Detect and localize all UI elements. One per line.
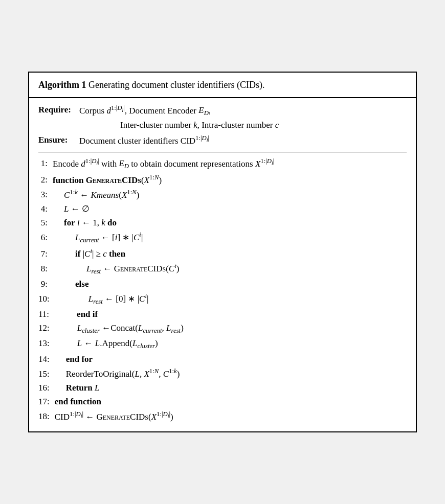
line-content-9: else	[53, 278, 407, 291]
line-content-3: C1:k ← Kmeans(X1:N)	[53, 188, 407, 202]
line-number-1: 1:	[38, 157, 53, 170]
line-number-2: 2:	[38, 173, 53, 187]
line-content-5: for i ← 1, k do	[53, 216, 407, 230]
line-14: 14: end for	[38, 353, 407, 366]
line-5: 5: for i ← 1, k do	[38, 216, 407, 230]
line-6: 6: Lcurrent ← [i] ∗ |Ci|	[38, 230, 407, 246]
line-content-12: Lcluster ←Concat(Lcurrent, Lrest)	[55, 322, 407, 336]
line-number-17: 17:	[38, 395, 55, 408]
line-content-4: L ← ∅	[53, 202, 407, 216]
line-number-18: 18:	[38, 410, 55, 423]
line-number-16: 16:	[38, 381, 55, 395]
line-content-18: CID1:|Dl| ← GenerateCIDs(X1:|Dl|)	[55, 409, 407, 424]
line-17: 17: end function	[38, 395, 407, 408]
divider	[38, 152, 407, 152]
line-content-17: end function	[55, 395, 407, 408]
line-number-13: 13:	[38, 337, 55, 350]
line-content-8: Lrest ← GenerateCIDs(Ci)	[53, 261, 407, 277]
line-7: 7: if |Ci| ≥ c then	[38, 246, 407, 261]
require-block: Require: Corpus d1:|Dl|, Document Encode…	[38, 103, 407, 132]
line-content-7: if |Ci| ≥ c then	[53, 246, 407, 261]
line-10: 10: Lrest ← [0] ∗ |Ci|	[38, 291, 407, 307]
line-12: 12: Lcluster ←Concat(Lcurrent, Lrest)	[38, 322, 407, 336]
require-line1: Corpus d1:|Dl|, Document Encoder ED,	[79, 103, 407, 119]
line-9: 9: else	[38, 278, 407, 291]
require-label: Require:	[38, 103, 79, 132]
line-15: 15: ReorderToOriginal(L, X1:N, C1:k)	[38, 366, 407, 381]
line-number-8: 8:	[38, 262, 53, 276]
line-number-10: 10:	[38, 292, 55, 306]
line-content-6: Lcurrent ← [i] ∗ |Ci|	[53, 230, 407, 246]
line-content-15: ReorderToOriginal(L, X1:N, C1:k)	[55, 366, 407, 381]
line-8: 8: Lrest ← GenerateCIDs(Ci)	[38, 261, 407, 277]
line-content-16: Return L	[55, 381, 407, 395]
line-2: 2: function GenerateCIDs(X1:N)	[38, 173, 407, 187]
algorithm-title-text: Algorithm 1 Generating document cluster …	[38, 79, 407, 91]
line-number-3: 3:	[38, 188, 53, 201]
line-number-15: 15:	[38, 368, 55, 381]
line-1: 1: Encode d1:|Dl| with ED to obtain docu…	[38, 156, 407, 172]
algorithm-title: Algorithm 1 Generating document cluster …	[29, 73, 416, 98]
require-content: Corpus d1:|Dl|, Document Encoder ED, Int…	[79, 103, 407, 132]
line-number-4: 4:	[38, 202, 53, 216]
line-16: 16: Return L	[38, 381, 407, 395]
line-number-7: 7:	[38, 247, 53, 261]
line-18: 18: CID1:|Dl| ← GenerateCIDs(X1:|Dl|)	[38, 409, 407, 424]
line-13: 13: L ← L.Append(Lcluster)	[38, 337, 407, 352]
ensure-label: Ensure:	[38, 133, 79, 148]
line-number-5: 5:	[38, 216, 53, 230]
line-4: 4: L ← ∅	[38, 202, 407, 216]
ensure-block: Ensure: Document cluster identifiers CID…	[38, 133, 407, 148]
line-content-13: L ← L.Append(Lcluster)	[55, 337, 407, 352]
algorithm-number: Algorithm 1	[38, 80, 86, 90]
line-content-14: end for	[55, 353, 407, 366]
line-number-9: 9:	[38, 278, 53, 291]
ensure-content: Document cluster identifiers CID1:|Dl|	[79, 133, 407, 148]
line-content-2: function GenerateCIDs(X1:N)	[53, 173, 407, 187]
algorithm-body: Require: Corpus d1:|Dl|, Document Encode…	[29, 98, 416, 431]
line-content-11: end if	[54, 308, 407, 321]
line-number-11: 11:	[38, 308, 54, 321]
line-3: 3: C1:k ← Kmeans(X1:N)	[38, 188, 407, 202]
require-line2: Inter-cluster number k, Intra-cluster nu…	[79, 119, 407, 132]
algorithm-box: Algorithm 1 Generating document cluster …	[28, 72, 417, 432]
line-number-14: 14:	[38, 353, 55, 366]
algorithm-description: Generating document cluster identifiers …	[88, 80, 264, 90]
line-number-12: 12:	[38, 322, 55, 335]
line-11: 11: end if	[38, 308, 407, 321]
line-content-1: Encode d1:|Dl| with ED to obtain documen…	[53, 156, 407, 172]
line-number-6: 6:	[38, 231, 53, 244]
line-content-10: Lrest ← [0] ∗ |Ci|	[55, 291, 407, 307]
